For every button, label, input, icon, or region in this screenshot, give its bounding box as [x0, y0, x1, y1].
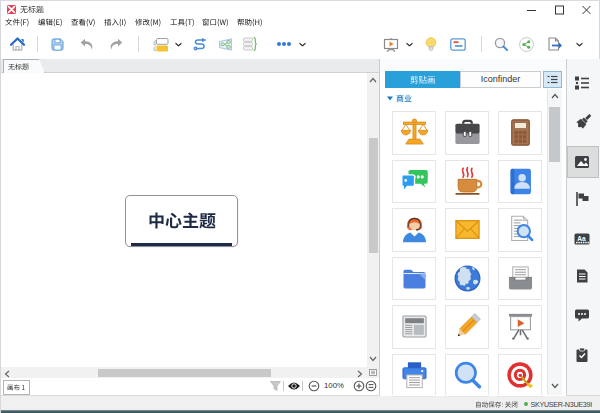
- svg-text:Aa: Aa: [577, 235, 586, 242]
